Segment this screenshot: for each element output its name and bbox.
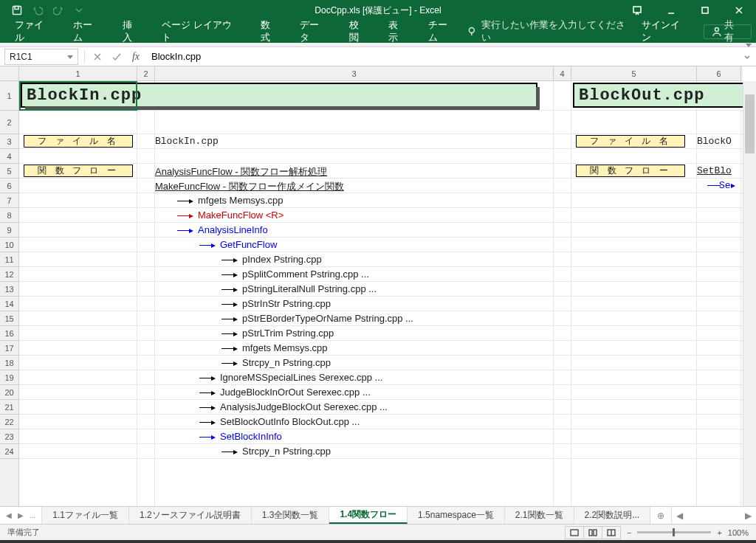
col-header[interactable]: 6	[697, 66, 741, 81]
cell-filename-right: BlockO	[697, 136, 732, 147]
tab-data[interactable]: データ	[289, 21, 338, 43]
signin-button[interactable]: サインイン	[633, 19, 698, 44]
row-header[interactable]: 4	[0, 149, 18, 164]
tab-team[interactable]: チーム	[418, 21, 467, 43]
tab-file[interactable]: ファイル	[4, 21, 63, 43]
row-header[interactable]: 6	[0, 179, 18, 193]
row-header[interactable]: 8	[0, 208, 18, 223]
col-header[interactable]: 1	[19, 66, 137, 81]
sheet-tab[interactable]: 1.3全関数一覧	[252, 507, 330, 524]
zoom-control[interactable]: − + 100%	[627, 528, 749, 537]
expand-formula-icon[interactable]	[738, 49, 756, 65]
cell-flow-right-child: Se	[707, 180, 740, 191]
row-headers[interactable]: 123456789101112131415161718192021222324	[0, 81, 19, 506]
select-all-corner[interactable]	[0, 66, 19, 81]
zoom-percent: 100%	[728, 528, 749, 537]
label-filename-right: フ ァ イ ル 名	[576, 135, 685, 148]
flow-item: mfgets Memsys.cpp	[177, 195, 284, 207]
sheet-tab[interactable]: 2.2関数説明...	[574, 507, 651, 524]
redo-icon[interactable]	[53, 5, 63, 15]
row-header[interactable]: 20	[0, 385, 18, 400]
label-filename-left: フ ァ イ ル 名	[24, 135, 133, 148]
sheet-tab[interactable]: 2.1関数一覧	[505, 507, 574, 524]
sheet-tab[interactable]: 1.2ソースファイル説明書	[129, 507, 252, 524]
col-header[interactable]: 4	[554, 66, 571, 81]
col-header[interactable]: 2	[137, 66, 155, 81]
flow-item: Strcpy_n Pstring.cpp	[221, 446, 331, 457]
view-normal-icon[interactable]	[565, 526, 584, 539]
lightbulb-icon	[467, 27, 477, 37]
undo-icon[interactable]	[32, 5, 43, 15]
vertical-scrollbar[interactable]	[743, 81, 756, 506]
close-icon[interactable]	[722, 0, 756, 21]
svg-rect-12	[571, 530, 578, 536]
svg-rect-4	[702, 7, 708, 13]
add-sheet-button[interactable]: ⊕	[650, 507, 671, 524]
row-header[interactable]: 7	[0, 193, 18, 208]
ribbon-collapse[interactable]	[0, 43, 756, 47]
row-header[interactable]: 9	[0, 223, 18, 238]
col-header[interactable]: 5	[571, 66, 697, 81]
share-button[interactable]: 共有	[704, 24, 752, 39]
row-header[interactable]: 16	[0, 326, 18, 341]
flow-item: MakeFuncFlow <R>	[177, 210, 284, 221]
flow-item: pStrInStr Pstring.cpp	[221, 298, 331, 310]
tab-view[interactable]: 表示	[378, 21, 418, 43]
cell-filename-left: BlockIn.cpp	[155, 136, 219, 147]
row-header[interactable]: 12	[0, 267, 18, 282]
view-layout-icon[interactable]	[583, 526, 602, 539]
worksheet-grid[interactable]: 123456 123456789101112131415161718192021…	[0, 66, 756, 506]
tab-insert[interactable]: 挿入	[112, 21, 152, 43]
row-header[interactable]: 10	[0, 238, 18, 252]
cells-area[interactable]: BlockIn.cppBlockOut.cppフ ァ イ ル 名関 数 フ ロ …	[19, 81, 743, 506]
sheet-tab[interactable]: 1.5namespace一覧	[408, 507, 505, 524]
row-header[interactable]: 23	[0, 429, 18, 444]
svg-point-7	[470, 28, 475, 33]
flow-item: AnalysisFuncFlow - 関数フロー解析処理	[155, 165, 327, 179]
row-header[interactable]: 14	[0, 297, 18, 311]
tab-formulas[interactable]: 数式	[250, 21, 290, 43]
view-pagebreak-icon[interactable]	[602, 526, 621, 539]
name-box[interactable]: R1C1	[4, 49, 78, 65]
sheet-nav[interactable]: ◀▶...	[0, 507, 42, 524]
tab-review[interactable]: 校閲	[339, 21, 379, 43]
row-header[interactable]: 1	[0, 81, 18, 111]
row-header[interactable]: 18	[0, 356, 18, 370]
zoom-slider[interactable]	[637, 531, 711, 533]
title-blockin: BlockIn.cpp	[21, 83, 537, 108]
row-header[interactable]: 13	[0, 282, 18, 297]
maximize-icon[interactable]	[688, 0, 722, 21]
save-icon[interactable]	[12, 5, 22, 15]
column-headers[interactable]: 123456	[19, 66, 743, 81]
qat-dropdown-icon[interactable]	[74, 5, 84, 15]
row-header[interactable]: 2	[0, 111, 18, 134]
minimize-icon[interactable]	[654, 0, 688, 21]
tell-me[interactable]: 実行したい作業を入力してください	[467, 19, 632, 44]
fx-icon[interactable]: fx	[126, 49, 145, 65]
col-header[interactable]: 3	[155, 66, 554, 81]
zoom-in-icon[interactable]: +	[717, 528, 721, 537]
row-header[interactable]: 17	[0, 341, 18, 356]
row-header[interactable]: 3	[0, 134, 18, 149]
cancel-formula-icon[interactable]	[88, 49, 107, 65]
row-header[interactable]: 21	[0, 400, 18, 415]
scroll-thumb[interactable]	[745, 94, 755, 153]
row-header[interactable]: 15	[0, 311, 18, 326]
tab-home[interactable]: ホーム	[63, 21, 111, 43]
title-blockout: BlockOut.cpp	[573, 83, 743, 108]
formula-input[interactable]	[145, 49, 738, 65]
horizontal-scrollbar[interactable]: ◀▶	[671, 507, 756, 524]
tab-layout[interactable]: ページ レイアウト	[151, 21, 250, 43]
accept-formula-icon[interactable]	[107, 49, 126, 65]
row-header[interactable]: 19	[0, 370, 18, 385]
sheet-tab[interactable]: 1.4関数フロー	[329, 507, 408, 524]
row-header[interactable]: 11	[0, 252, 18, 267]
ribbon-options-icon[interactable]	[620, 0, 654, 21]
status-ready: 準備完了	[7, 527, 40, 538]
zoom-out-icon[interactable]: −	[627, 528, 631, 537]
flow-item: AnalysisJudgeBlockOut Serexec.cpp ...	[199, 401, 388, 413]
row-header[interactable]: 24	[0, 444, 18, 459]
row-header[interactable]: 5	[0, 164, 18, 179]
row-header[interactable]: 22	[0, 415, 18, 429]
sheet-tab[interactable]: 1.1ファイル一覧	[42, 507, 129, 524]
